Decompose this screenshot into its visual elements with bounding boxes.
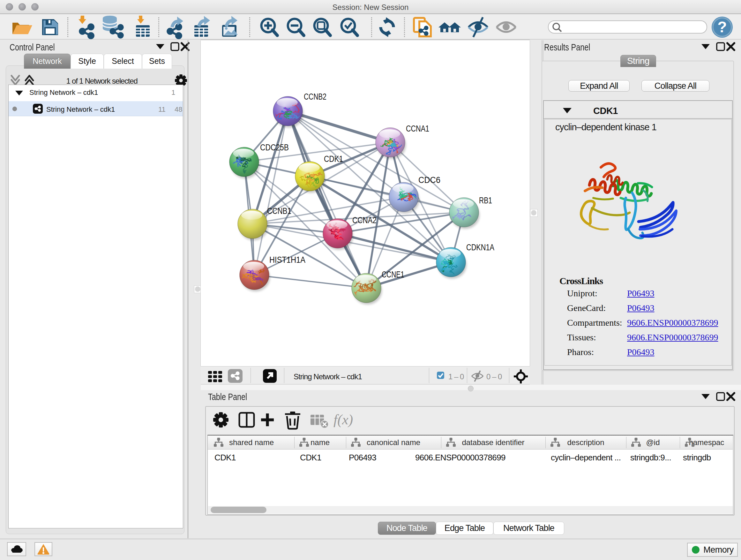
svg-text:f(x): f(x) [333, 412, 353, 428]
svg-text:CDC25B: CDC25B [260, 143, 289, 152]
svg-text:CCNE1: CCNE1 [382, 270, 404, 279]
svg-text:CDC6: CDC6 [418, 175, 441, 185]
svg-text:HIST1H1A: HIST1H1A [269, 255, 306, 265]
svg-text:?: ? [718, 18, 727, 36]
svg-text:CDKN1A: CDKN1A [466, 243, 494, 252]
svg-text:CDK1: CDK1 [324, 154, 343, 164]
svg-text:RB1: RB1 [479, 196, 492, 205]
svg-text:CCNB1: CCNB1 [267, 206, 291, 216]
svg-text:CCNA2: CCNA2 [352, 215, 377, 225]
svg-text:CCNA1: CCNA1 [406, 124, 429, 133]
svg-text:CCNB2: CCNB2 [304, 92, 327, 102]
